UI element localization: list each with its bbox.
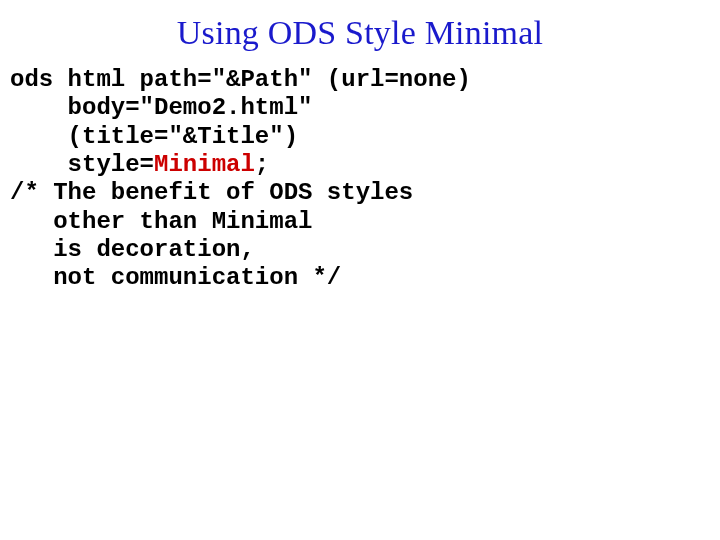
slide: Using ODS Style Minimal ods html path="&… [0, 0, 720, 540]
slide-title: Using ODS Style Minimal [10, 14, 710, 52]
code-line-4-suffix: ; [255, 151, 269, 178]
code-line-5: /* The benefit of ODS styles [10, 179, 413, 206]
code-block: ods html path="&Path" (url=none) body="D… [10, 66, 710, 293]
code-highlight-minimal: Minimal [154, 151, 255, 178]
code-line-3: (title="&Title") [10, 123, 298, 150]
code-line-8: not communication */ [10, 264, 341, 291]
code-line-4-prefix: style= [10, 151, 154, 178]
code-line-7: is decoration, [10, 236, 255, 263]
code-line-1: ods html path="&Path" (url=none) [10, 66, 471, 93]
code-line-6: other than Minimal [10, 208, 312, 235]
code-line-2: body="Demo2.html" [10, 94, 312, 121]
